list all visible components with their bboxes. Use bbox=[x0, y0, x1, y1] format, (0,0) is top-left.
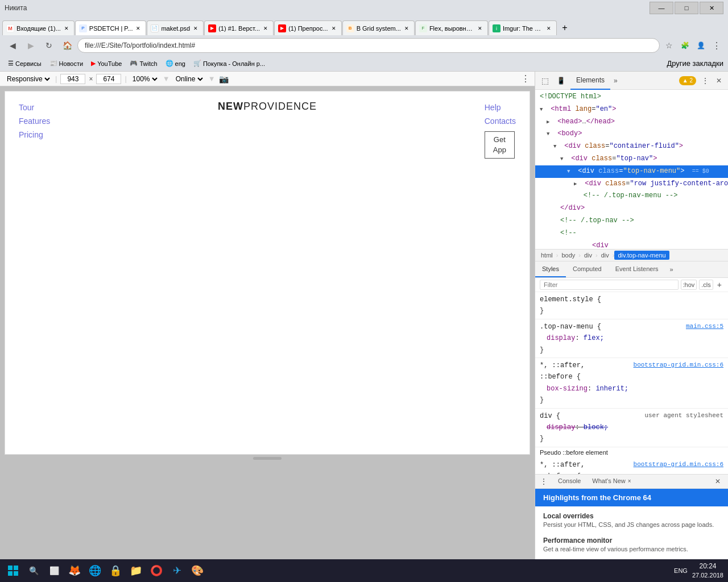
taskbar-figma[interactable]: 🎨 bbox=[189, 562, 206, 579]
tab-close-youtube2[interactable]: ✕ bbox=[330, 24, 338, 32]
close-btn[interactable]: ✕ bbox=[700, 2, 723, 14]
tree-line-row[interactable]: ▶ <div class="row justify-content-around… bbox=[535, 178, 728, 190]
devtools-tab-more[interactable]: » bbox=[610, 72, 621, 90]
styles-tab-more[interactable]: » bbox=[665, 261, 678, 277]
tab-close-flex[interactable]: ✕ bbox=[476, 24, 484, 32]
bookmark-star-btn[interactable]: ☆ bbox=[662, 39, 676, 52]
tab-youtube1[interactable]: ▶ (1) #1. Верст... ✕ bbox=[204, 20, 274, 35]
tree-line-div-close1[interactable]: </div> bbox=[535, 202, 728, 215]
breadcrumb-div1[interactable]: div bbox=[581, 251, 595, 260]
elements-tree[interactable]: <!DOCTYPE html> ▼ <html lang="en"> ▶ <he… bbox=[535, 90, 728, 249]
tree-line-doctype[interactable]: <!DOCTYPE html> bbox=[535, 91, 728, 103]
width-input[interactable] bbox=[60, 74, 85, 84]
taskbar-telegram[interactable]: ✈ bbox=[168, 562, 185, 579]
breadcrumb-top-nav-menu[interactable]: div.top-nav-menu bbox=[614, 251, 669, 260]
whats-new-close[interactable]: × bbox=[628, 478, 631, 484]
css-source-bootstrap2[interactable]: bootstrap-grid.min.css:6 bbox=[634, 459, 723, 471]
other-bookmarks[interactable]: Другие закладки bbox=[667, 59, 723, 68]
bookmark-pokupka[interactable]: 🛒 Покупка - Онлайн р... bbox=[190, 57, 268, 70]
tab-imgur[interactable]: i Imgur: The m... ✕ bbox=[489, 20, 557, 35]
styles-filter-input[interactable] bbox=[540, 280, 679, 290]
taskbar-chrome[interactable]: ⭕ bbox=[148, 562, 165, 579]
tree-line-comment-menu[interactable]: <!-- /.top-nav-menu --> bbox=[535, 190, 728, 202]
breadcrumb-div2[interactable]: div bbox=[598, 251, 613, 260]
responsive-select[interactable]: Responsive bbox=[5, 74, 52, 84]
bookmark-youtube[interactable]: ▶ YouTube bbox=[88, 57, 125, 70]
tree-line-html[interactable]: ▼ <html lang="en"> bbox=[535, 103, 728, 116]
extensions-btn[interactable]: 🧩 bbox=[678, 39, 692, 52]
nav-help-link[interactable]: Help bbox=[485, 103, 501, 112]
filter-cls-btn[interactable]: .cls bbox=[699, 280, 713, 290]
nav-tour-link[interactable]: Tour bbox=[19, 103, 50, 112]
styles-tab-computed[interactable]: Computed bbox=[566, 261, 609, 277]
tree-line-comment-nav[interactable]: <!-- /.top-nav --> bbox=[535, 215, 728, 227]
css-source-main[interactable]: main.css:5 bbox=[686, 321, 723, 332]
tree-line-body[interactable]: ▼ <body> bbox=[535, 128, 728, 140]
address-input[interactable] bbox=[77, 38, 660, 53]
new-tab-btn[interactable]: + bbox=[557, 20, 572, 35]
tree-line-div-content-open[interactable]: <div bbox=[535, 240, 728, 249]
site-preview-scroll[interactable]: Tour Features Pricing NEWPROVIDENCE Help… bbox=[0, 86, 535, 559]
css-source-bootstrap1[interactable]: bootstrap-grid.min.css:6 bbox=[634, 360, 723, 371]
back-btn[interactable]: ◀ bbox=[5, 38, 20, 53]
lang-indicator[interactable]: ENG bbox=[672, 566, 690, 575]
tree-line-container[interactable]: ▼ <div class="container-fluid"> bbox=[535, 140, 728, 153]
more-responsive-btn[interactable]: ⋮ bbox=[521, 73, 530, 84]
menu-dots-btn[interactable]: ⋮ bbox=[710, 39, 723, 52]
height-input[interactable] bbox=[96, 74, 121, 84]
search-btn[interactable]: 🔍 bbox=[25, 562, 42, 579]
bookmark-services[interactable]: ☰ Сервисы bbox=[5, 57, 45, 70]
network-select[interactable]: Online bbox=[173, 74, 205, 84]
tree-line-top-nav[interactable]: ▼ <div class="top-nav"> bbox=[535, 153, 728, 165]
maximize-btn[interactable]: □ bbox=[675, 2, 698, 14]
tree-line-comment-open[interactable]: <!-- bbox=[535, 227, 728, 240]
bookmark-eng[interactable]: 🌐 eng bbox=[162, 57, 189, 70]
taskbar-edge[interactable]: 🌐 bbox=[86, 562, 104, 579]
filter-add-btn[interactable]: + bbox=[715, 280, 723, 289]
devtools-warning-badge[interactable]: ▲ 2 bbox=[679, 76, 696, 85]
console-three-dots[interactable]: ⋮ bbox=[540, 477, 548, 486]
taskbar-firefox[interactable]: 🦊 bbox=[66, 562, 83, 579]
devtools-inspect-btn[interactable]: ⬚ bbox=[537, 73, 552, 88]
tree-line-head[interactable]: ▶ <head>…</head> bbox=[535, 116, 728, 128]
breadcrumb-body[interactable]: body bbox=[558, 251, 578, 260]
tab-close-gmail[interactable]: ✕ bbox=[63, 24, 71, 32]
tree-line-top-nav-menu[interactable]: ▼ <div class="top-nav-menu"> == $0 bbox=[535, 165, 728, 178]
console-close-btn[interactable]: ✕ bbox=[712, 476, 723, 487]
reload-btn[interactable]: ↻ bbox=[41, 38, 57, 53]
task-view-btn[interactable]: ⬜ bbox=[46, 562, 63, 579]
tab-close-grid[interactable]: ✕ bbox=[403, 24, 411, 32]
console-tab-console[interactable]: Console bbox=[552, 474, 586, 489]
nav-pricing-link[interactable]: Pricing bbox=[19, 130, 50, 139]
styles-tab-styles[interactable]: Styles bbox=[535, 261, 566, 277]
taskbar-privacy[interactable]: 🔒 bbox=[107, 562, 124, 579]
nav-features-link[interactable]: Features bbox=[19, 117, 50, 126]
zoom-select[interactable]: 100% bbox=[130, 74, 159, 84]
bookmark-novosti[interactable]: 📰 Новости bbox=[46, 57, 87, 70]
minimize-btn[interactable]: — bbox=[650, 2, 673, 14]
forward-btn[interactable]: ▶ bbox=[23, 38, 39, 53]
tab-youtube2[interactable]: ▶ (1) Препрос... ✕ bbox=[274, 20, 342, 35]
capture-btn[interactable]: 📷 bbox=[219, 74, 229, 84]
home-btn[interactable]: 🏠 bbox=[59, 38, 75, 53]
tab-close-psdetch[interactable]: ✕ bbox=[134, 24, 142, 32]
tab-close-maket[interactable]: ✕ bbox=[192, 24, 200, 32]
bookmark-twitch[interactable]: 🎮 Twitch bbox=[126, 57, 160, 70]
nav-contacts-link[interactable]: Contacts bbox=[485, 117, 516, 126]
filter-hover-btn[interactable]: :hov bbox=[681, 280, 697, 290]
tab-flex[interactable]: F Flex, выровне... ✕ bbox=[415, 20, 488, 35]
devtools-tab-elements[interactable]: Elements bbox=[570, 72, 610, 90]
start-btn[interactable] bbox=[5, 562, 22, 579]
tab-maket[interactable]: 📄 maket.psd ✕ bbox=[147, 20, 204, 35]
tab-close-youtube1[interactable]: ✕ bbox=[262, 24, 270, 32]
account-btn[interactable]: 👤 bbox=[694, 39, 708, 52]
devtools-more-btn[interactable]: ⋮ bbox=[698, 74, 712, 88]
tab-gmail[interactable]: M Входящие (1)... ✕ bbox=[2, 20, 75, 35]
devtools-close-btn[interactable]: ✕ bbox=[712, 74, 726, 88]
tab-psdetch[interactable]: P PSDETCH | P... ✕ bbox=[75, 20, 147, 35]
devtools-device-btn[interactable]: 📱 bbox=[553, 73, 568, 88]
styles-tab-event-listeners[interactable]: Event Listeners bbox=[609, 261, 665, 277]
tab-grid[interactable]: B B Grid system... ✕ bbox=[342, 20, 415, 35]
get-app-btn[interactable]: Get App bbox=[485, 131, 515, 159]
tab-close-imgur[interactable]: ✕ bbox=[545, 24, 553, 32]
